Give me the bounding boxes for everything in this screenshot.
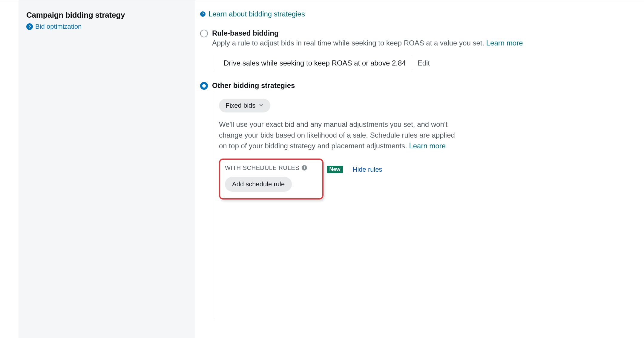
learn-strategies-row: ? Learn about bidding strategies (200, 10, 305, 18)
help-icon: ? (26, 23, 33, 30)
bidding-select[interactable]: Fixed bids (219, 99, 270, 112)
edit-rule-link[interactable]: Edit (418, 59, 430, 67)
radio-rule-based[interactable] (200, 30, 208, 37)
option-other-title: Other bidding strategies (212, 81, 295, 90)
option-other: Other bidding strategies (200, 81, 632, 90)
option-rule-based-title: Rule-based bidding (212, 29, 523, 37)
other-nested: Fixed bids We'll use your exact bid and … (213, 93, 632, 319)
hide-rules-link[interactable]: Hide rules (353, 166, 382, 173)
left-gutter (0, 0, 19, 338)
option-rule-based-desc: Apply a rule to adjust bids in real time… (212, 38, 523, 48)
help-icon: ? (200, 11, 206, 17)
schedule-rules-header: WITH SCHEDULE RULES i (225, 165, 318, 171)
rule-summary-bar: Drive sales while seeking to keep ROAS a… (213, 55, 632, 71)
schedule-rules-label: WITH SCHEDULE RULES (225, 165, 299, 171)
main-panel: ? Learn about bidding strategies Rule-ba… (195, 0, 644, 338)
sidebar: Campaign bidding strategy ? Bid optimiza… (19, 0, 195, 338)
radio-other[interactable] (200, 82, 208, 90)
divider (348, 165, 348, 174)
chevron-down-icon (258, 102, 264, 109)
fixed-bids-description: We'll use your exact bid and any manual … (219, 119, 455, 151)
schedule-rules-highlight: WITH SCHEDULE RULES i Add schedule rule (219, 159, 323, 200)
info-icon[interactable]: i (302, 165, 307, 170)
option-rule-based-desc-text: Apply a rule to adjust bids in real time… (212, 39, 486, 47)
rule-summary-text: Drive sales while seeking to keep ROAS a… (224, 59, 412, 67)
schedule-rules-row-wrap: WITH SCHEDULE RULES i Add schedule rule … (219, 159, 632, 200)
sidebar-title: Campaign bidding strategy (26, 10, 184, 20)
bid-optimization-label: Bid optimization (35, 23, 82, 31)
add-schedule-rule-button[interactable]: Add schedule rule (225, 177, 292, 192)
bidding-select-label: Fixed bids (226, 102, 255, 109)
bid-optimization-link[interactable]: ? Bid optimization (26, 23, 82, 31)
divider (412, 57, 412, 70)
option-rule-based: Rule-based bidding Apply a rule to adjus… (200, 29, 632, 48)
new-badge: New (327, 166, 343, 173)
page: Campaign bidding strategy ? Bid optimiza… (0, 0, 644, 338)
fixed-bids-learn-more-link[interactable]: Learn more (409, 142, 446, 150)
option-other-body: Other bidding strategies (212, 81, 295, 90)
rule-based-learn-more-link[interactable]: Learn more (486, 39, 523, 47)
learn-strategies-link[interactable]: Learn about bidding strategies (208, 10, 305, 18)
schedule-rules-side: New Hide rules (327, 165, 382, 174)
option-rule-based-body: Rule-based bidding Apply a rule to adjus… (212, 29, 523, 48)
